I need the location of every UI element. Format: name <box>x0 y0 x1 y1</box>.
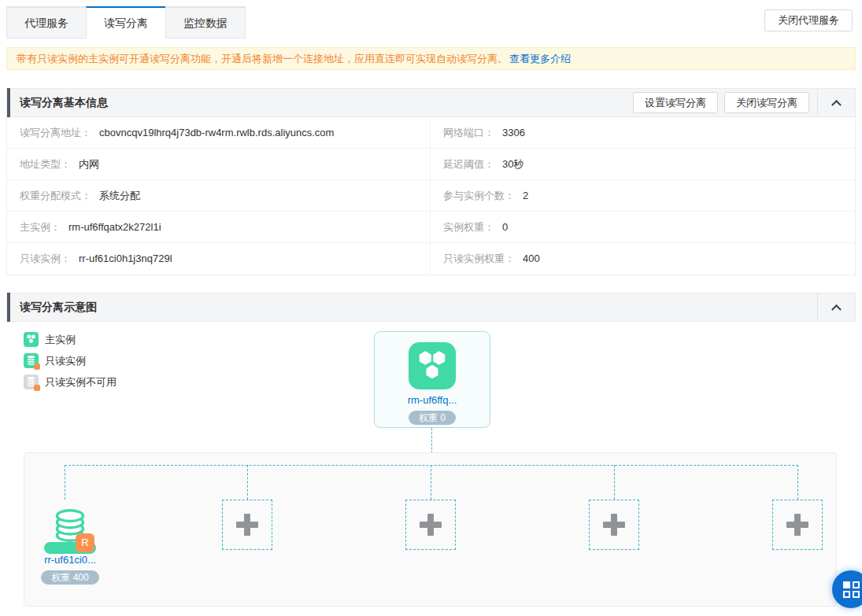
master-weight-badge: 权重 0 <box>409 411 456 425</box>
add-instance-slot[interactable] <box>589 500 639 550</box>
plus-icon <box>236 514 258 536</box>
table-row: 延迟阈值：30秒 <box>430 149 855 180</box>
diagram-header: 读写分离示意图 <box>6 293 856 322</box>
chevron-up-icon <box>831 100 842 110</box>
row-label: 主实例： <box>20 221 61 233</box>
row-value: 400 <box>523 253 540 264</box>
row-label: 只读实例权重： <box>443 253 515 264</box>
notice-banner: 带有只读实例的主实例可开通读写分离功能，开通后将新增一个连接地址，应用直连即可实… <box>6 47 856 70</box>
diagram-section: 读写分离示意图 <box>6 293 856 322</box>
row-value: 内网 <box>79 158 99 170</box>
row-value: 30秒 <box>502 158 523 170</box>
basic-info-title: 读写分离基本信息 <box>20 96 108 110</box>
legend-item-readonly-unavailable: 只读实例不可用 <box>24 374 117 389</box>
tab-bar: 代理服务 读写分离 监控数据 <box>6 6 246 39</box>
close-read-write-splitting-button[interactable]: 关闭读写分离 <box>724 92 809 113</box>
add-instance-slot[interactable] <box>222 500 272 550</box>
master-instance-node: rm-uf6ffq... 权重 0 <box>374 331 490 428</box>
diagram-canvas: 主实例 只读实例 只读实例不可用 rm-uf6ffq... 权重 0 <box>6 322 856 616</box>
readonly-instance-link[interactable]: rr-uf61ci0... <box>28 554 112 566</box>
chevron-up-icon <box>831 304 842 315</box>
row-value: 0 <box>502 221 508 233</box>
table-row: 参与实例个数：2 <box>430 180 855 212</box>
notice-more-link[interactable]: 查看更多介绍 <box>509 53 571 65</box>
readonly-instance-node: R rr-uf61ci0... 权重 400 <box>28 500 112 585</box>
connector-line <box>797 465 798 500</box>
table-row: 只读实例：rr-uf61ci0h1j3nq729l <box>7 243 430 275</box>
readonly-instance-icon <box>24 353 39 368</box>
row-value: cbovncqv19lhrq4j73db-rw4rm.rwlb.rds.aliy… <box>99 127 334 138</box>
row-label: 权重分配模式： <box>20 190 91 201</box>
row-label: 参与实例个数： <box>443 190 515 201</box>
legend-label: 只读实例不可用 <box>45 375 117 389</box>
basic-info-section: 读写分离基本信息 设置读写分离 关闭读写分离 读写分离地址：cbovncqv19… <box>6 88 856 275</box>
connector-line <box>247 465 248 500</box>
close-proxy-service-button[interactable]: 关闭代理服务 <box>764 9 853 31</box>
readonly-badge-dot <box>34 363 40 370</box>
row-value: 系统分配 <box>99 190 140 201</box>
legend-label: 主实例 <box>45 333 76 347</box>
connector-line <box>614 465 615 500</box>
basic-info-table: 读写分离地址：cbovncqv19lhrq4j73db-rw4rm.rwlb.r… <box>6 117 856 275</box>
row-label: 读写分离地址： <box>20 127 91 138</box>
row-label: 实例权重： <box>443 221 494 233</box>
table-row: 权重分配模式：系统分配 <box>7 180 430 212</box>
section-accent-bar <box>7 293 10 322</box>
master-instance-link[interactable]: rm-uf6ffq... <box>375 394 490 407</box>
row-label: 只读实例： <box>20 253 71 264</box>
legend-item-master: 主实例 <box>24 332 117 347</box>
plus-icon <box>603 514 625 536</box>
readonly-instance-icon: R <box>44 542 96 554</box>
diagram-title: 读写分离示意图 <box>20 301 97 315</box>
plus-icon <box>786 514 808 536</box>
row-value: rr-uf61ci0h1j3nq729l <box>79 253 172 264</box>
row-value: rm-uf6ffqatx2k272l1i <box>68 221 161 233</box>
table-row: 主实例：rm-uf6ffqatx2k272l1i <box>7 212 430 243</box>
master-instance-icon <box>409 342 456 389</box>
add-instance-slot[interactable] <box>772 500 823 550</box>
table-row: 网络端口：3306 <box>430 117 855 149</box>
section-accent-bar <box>7 88 10 117</box>
connector-line <box>431 465 431 500</box>
row-label: 网络端口： <box>443 127 494 138</box>
readonly-unavailable-icon <box>24 374 39 389</box>
readonly-weight-badge: 权重 400 <box>41 570 98 585</box>
row-value: 3306 <box>502 127 525 138</box>
table-row: 只读实例权重：400 <box>430 243 855 275</box>
basic-info-collapse-toggle[interactable] <box>817 88 855 117</box>
add-instance-slot[interactable] <box>405 500 456 550</box>
readonly-r-badge: R <box>76 533 94 552</box>
diagram-collapse-toggle[interactable] <box>817 293 855 322</box>
diagram-legend: 主实例 只读实例 只读实例不可用 <box>24 332 117 396</box>
tab-read-write-splitting[interactable]: 读写分离 <box>86 6 166 39</box>
table-row: 实例权重：0 <box>430 212 855 243</box>
set-read-write-splitting-button[interactable]: 设置读写分离 <box>633 92 718 113</box>
connector-line <box>65 465 798 466</box>
legend-item-readonly: 只读实例 <box>24 353 117 368</box>
row-value: 2 <box>523 190 528 201</box>
readonly-badge-dot <box>34 385 40 391</box>
notice-text: 带有只读实例的主实例可开通读写分离功能，开通后将新增一个连接地址，应用直连即可实… <box>17 53 508 65</box>
row-label: 地址类型： <box>20 158 71 170</box>
plus-icon <box>420 514 442 536</box>
connector-line <box>65 465 65 500</box>
basic-info-header: 读写分离基本信息 设置读写分离 关闭读写分离 <box>6 88 856 117</box>
tab-proxy-service[interactable]: 代理服务 <box>6 6 87 39</box>
apps-grid-icon <box>843 581 860 598</box>
row-label: 延迟阈值： <box>443 158 494 170</box>
master-instance-icon <box>24 332 39 347</box>
table-row: 读写分离地址：cbovncqv19lhrq4j73db-rw4rm.rwlb.r… <box>7 117 430 149</box>
table-row: 地址类型：内网 <box>7 149 430 180</box>
legend-label: 只读实例 <box>45 354 86 368</box>
tab-monitoring-data[interactable]: 监控数据 <box>165 6 246 39</box>
